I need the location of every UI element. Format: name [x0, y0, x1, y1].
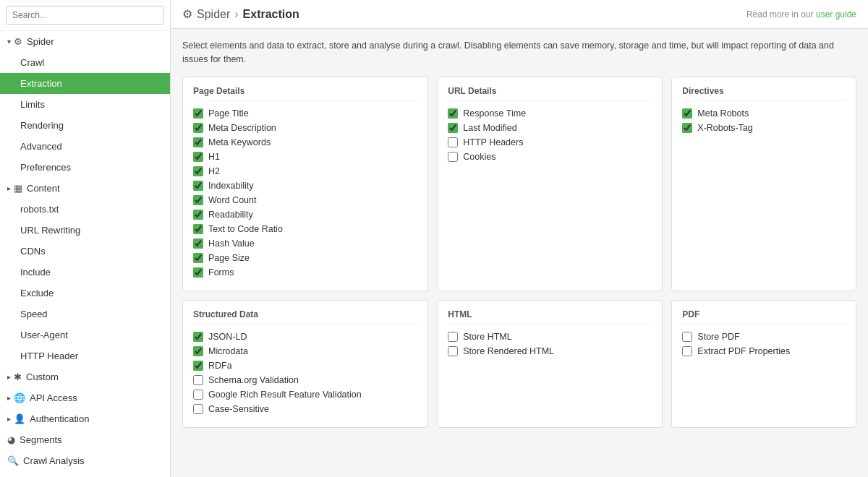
checkbox-indexability-input[interactable] — [193, 181, 203, 191]
checkbox-x-robots-tag-input[interactable] — [682, 123, 692, 133]
sidebar-item-label: CDNs — [20, 246, 46, 257]
checkbox-store-pdf: Store PDF — [682, 332, 846, 342]
sidebar-item-speed[interactable]: Speed — [0, 304, 170, 325]
sidebar-item-spider[interactable]: ▾ ⚙ Spider — [0, 31, 170, 52]
sidebar-item-rendering[interactable]: Rendering — [0, 115, 170, 136]
sidebar-item-authentication[interactable]: ▸ 👤 Authentication — [0, 408, 170, 429]
sidebar-item-label: URL Rewriting — [20, 225, 80, 236]
checkbox-page-title-input[interactable] — [193, 108, 203, 119]
checkbox-h2-input[interactable] — [193, 166, 203, 176]
breadcrumb: ⚙ Spider › Extraction — [182, 7, 299, 21]
checkbox-schema-validation-input[interactable] — [193, 375, 203, 385]
panel-directives: Directives Meta Robots X-Robots-Tag — [671, 77, 856, 291]
sidebar-item-extraction[interactable]: Extraction — [0, 73, 170, 94]
main-content: ⚙ Spider › Extraction Read more in our u… — [171, 0, 868, 477]
sidebar-item-user-agent[interactable]: User-Agent — [0, 325, 170, 345]
checkbox-json-ld-input[interactable] — [193, 332, 203, 342]
panel-structured-data: Structured Data JSON-LD Microdata RDFa S… — [182, 300, 428, 428]
sidebar-item-label: Content — [27, 183, 60, 194]
checkbox-page-size-input[interactable] — [193, 253, 203, 263]
help-text: Read more in our user guide — [746, 9, 856, 20]
panel-structured-data-title: Structured Data — [193, 309, 417, 325]
sidebar-item-label: Extraction — [20, 78, 62, 89]
sidebar-item-limits[interactable]: Limits — [0, 94, 170, 115]
sidebar-item-content[interactable]: ▸ ▦ Content — [0, 178, 170, 199]
checkbox-cookies: Cookies — [448, 152, 652, 162]
sidebar-item-cdns[interactable]: CDNs — [0, 241, 170, 262]
checkbox-word-count-input[interactable] — [193, 195, 203, 205]
sidebar-item-include[interactable]: Include — [0, 262, 170, 283]
checkbox-hash-value-input[interactable] — [193, 239, 203, 249]
checkbox-text-to-code-input[interactable] — [193, 224, 203, 234]
sidebar-item-label: HTTP Header — [20, 351, 78, 361]
checkbox-schema-validation: Schema.org Validation — [193, 375, 417, 385]
sidebar-item-label: Rendering — [20, 120, 64, 131]
checkbox-rdfa-input[interactable] — [193, 361, 203, 371]
sidebar-item-label: Spider — [27, 36, 54, 47]
chevron-right-icon: ▸ — [7, 394, 11, 402]
checkbox-google-rich-input[interactable] — [193, 390, 203, 400]
sidebar-item-url-rewriting[interactable]: URL Rewriting — [0, 220, 170, 241]
checkbox-h1: H1 — [193, 152, 417, 162]
sidebar-item-crawl[interactable]: Crawl — [0, 52, 170, 73]
panels-row-2: Structured Data JSON-LD Microdata RDFa S… — [182, 300, 856, 428]
checkbox-meta-keywords-input[interactable] — [193, 137, 203, 147]
sidebar-item-label: Crawl — [20, 57, 44, 68]
search-input[interactable] — [6, 6, 164, 25]
sidebar-item-segments[interactable]: ◕ Segments — [0, 429, 170, 450]
sidebar-item-http-header[interactable]: HTTP Header — [0, 345, 170, 366]
checkbox-word-count: Word Count — [193, 195, 417, 205]
sidebar-item-advanced[interactable]: Advanced — [0, 136, 170, 157]
panel-pdf: PDF Store PDF Extract PDF Properties — [671, 300, 856, 428]
checkbox-google-rich: Google Rich Result Feature Validation — [193, 390, 417, 400]
checkbox-store-html: Store HTML — [448, 332, 652, 342]
gear-icon: ⚙ — [14, 36, 22, 47]
checkbox-store-pdf-input[interactable] — [682, 332, 692, 342]
gear-icon: ⚙ — [182, 7, 192, 21]
sidebar-item-label: Segments — [20, 434, 62, 445]
checkbox-meta-desc: Meta Description — [193, 123, 417, 133]
sidebar-item-label: User-Agent — [20, 330, 68, 340]
checkbox-http-headers-input[interactable] — [448, 137, 458, 147]
content-icon: ▦ — [14, 183, 22, 194]
checkbox-text-to-code: Text to Code Ratio — [193, 224, 417, 234]
chevron-right-icon: ▸ — [7, 184, 11, 192]
sidebar-item-label: Authentication — [30, 413, 89, 424]
chevron-down-icon: ▾ — [7, 38, 11, 46]
checkbox-case-sensitive-input[interactable] — [193, 404, 203, 414]
checkbox-response-time-input[interactable] — [448, 108, 458, 119]
checkbox-store-rendered-html-input[interactable] — [448, 346, 458, 356]
sidebar-item-custom[interactable]: ▸ ✱ Custom — [0, 366, 170, 387]
checkbox-last-modified-input[interactable] — [448, 123, 458, 133]
panels-row-1: Page Details Page Title Meta Description… — [182, 77, 856, 291]
sidebar-item-label: API Access — [30, 392, 77, 403]
page-title: Extraction — [243, 8, 299, 21]
sidebar-item-exclude[interactable]: Exclude — [0, 283, 170, 304]
checkbox-store-html-input[interactable] — [448, 332, 458, 342]
checkbox-microdata-input[interactable] — [193, 346, 203, 356]
checkbox-last-modified: Last Modified — [448, 123, 652, 133]
custom-icon: ✱ — [14, 371, 22, 382]
user-guide-link[interactable]: user guide — [816, 9, 856, 20]
checkbox-cookies-input[interactable] — [448, 152, 458, 162]
checkbox-response-time: Response Time — [448, 108, 652, 119]
sidebar-item-api-access[interactable]: ▸ 🌐 API Access — [0, 387, 170, 408]
checkbox-h1-input[interactable] — [193, 152, 203, 162]
sidebar-item-preferences[interactable]: Preferences — [0, 157, 170, 178]
sidebar-item-crawl-analysis[interactable]: 🔍 Crawl Analysis — [0, 450, 170, 471]
checkbox-indexability: Indexability — [193, 181, 417, 191]
checkbox-page-size: Page Size — [193, 253, 417, 263]
sidebar: ▾ ⚙ Spider Crawl Extraction Limits Rende… — [0, 0, 171, 477]
checkbox-meta-desc-input[interactable] — [193, 123, 203, 133]
checkbox-h2: H2 — [193, 166, 417, 176]
panel-url-details: URL Details Response Time Last Modified … — [437, 77, 663, 291]
checkbox-meta-keywords: Meta Keywords — [193, 137, 417, 147]
checkbox-forms-input[interactable] — [193, 267, 203, 278]
panel-pdf-title: PDF — [682, 309, 846, 325]
checkbox-readability-input[interactable] — [193, 210, 203, 220]
checkbox-store-rendered-html: Store Rendered HTML — [448, 346, 652, 356]
checkbox-meta-robots-input[interactable] — [682, 108, 692, 119]
checkbox-extract-pdf-props-input[interactable] — [682, 346, 692, 356]
sidebar-item-robots-txt[interactable]: robots.txt — [0, 199, 170, 220]
panel-html-title: HTML — [448, 309, 652, 325]
